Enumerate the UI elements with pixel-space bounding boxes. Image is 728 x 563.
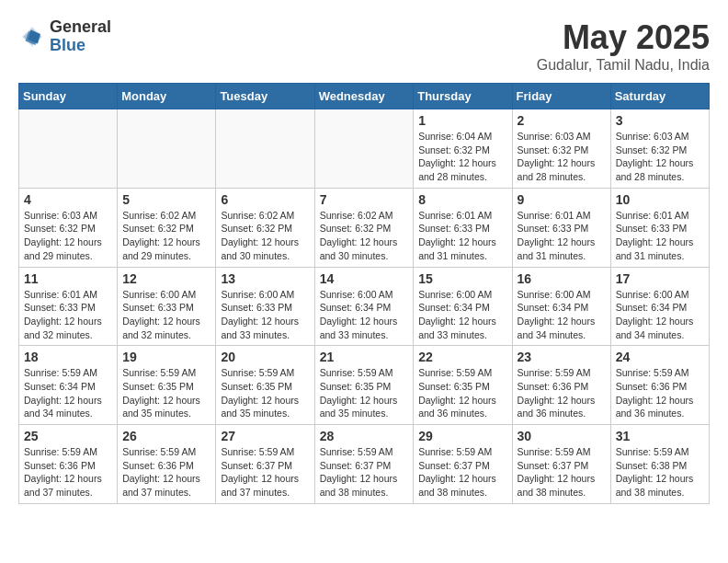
- day-number: 27: [221, 429, 309, 443]
- day-cell-0-5: 2Sunrise: 6:03 AM Sunset: 6:32 PM Daylig…: [512, 109, 610, 189]
- day-cell-0-1: [118, 109, 216, 189]
- day-cell-0-0: [19, 109, 118, 189]
- day-cell-4-4: 29Sunrise: 5:59 AM Sunset: 6:37 PM Dayli…: [414, 425, 512, 504]
- day-number: 5: [122, 192, 210, 207]
- day-info: Sunrise: 5:59 AM Sunset: 6:34 PM Dayligh…: [24, 366, 112, 420]
- day-number: 26: [122, 429, 210, 443]
- day-number: 7: [320, 192, 409, 207]
- day-info: Sunrise: 5:59 AM Sunset: 6:36 PM Dayligh…: [122, 445, 210, 500]
- day-cell-0-3: [314, 109, 414, 189]
- day-info: Sunrise: 6:01 AM Sunset: 6:33 PM Dayligh…: [24, 288, 112, 342]
- day-info: Sunrise: 6:00 AM Sunset: 6:34 PM Dayligh…: [320, 288, 409, 342]
- day-cell-2-3: 14Sunrise: 6:00 AM Sunset: 6:34 PM Dayli…: [314, 267, 414, 346]
- logo-text: General Blue: [50, 18, 111, 55]
- day-info: Sunrise: 6:02 AM Sunset: 6:32 PM Dayligh…: [320, 209, 409, 263]
- day-cell-3-6: 24Sunrise: 5:59 AM Sunset: 6:36 PM Dayli…: [610, 346, 709, 425]
- day-cell-4-1: 26Sunrise: 5:59 AM Sunset: 6:36 PM Dayli…: [118, 425, 216, 504]
- day-cell-4-3: 28Sunrise: 5:59 AM Sunset: 6:37 PM Dayli…: [314, 425, 414, 504]
- week-row-5: 25Sunrise: 5:59 AM Sunset: 6:36 PM Dayli…: [19, 425, 710, 504]
- day-number: 17: [616, 271, 704, 286]
- day-cell-3-1: 19Sunrise: 5:59 AM Sunset: 6:35 PM Dayli…: [118, 346, 216, 425]
- day-info: Sunrise: 6:01 AM Sunset: 6:33 PM Dayligh…: [518, 209, 606, 263]
- day-info: Sunrise: 6:01 AM Sunset: 6:33 PM Dayligh…: [418, 209, 506, 263]
- day-number: 22: [418, 350, 506, 364]
- page-header: General Blue May 2025 Gudalur, Tamil Nad…: [18, 18, 710, 74]
- day-cell-1-0: 4Sunrise: 6:03 AM Sunset: 6:32 PM Daylig…: [19, 188, 118, 267]
- day-info: Sunrise: 5:59 AM Sunset: 6:37 PM Dayligh…: [418, 445, 506, 500]
- day-info: Sunrise: 5:59 AM Sunset: 6:35 PM Dayligh…: [418, 366, 506, 420]
- day-info: Sunrise: 5:59 AM Sunset: 6:38 PM Dayligh…: [616, 445, 704, 500]
- day-info: Sunrise: 6:02 AM Sunset: 6:32 PM Dayligh…: [122, 209, 210, 263]
- day-info: Sunrise: 6:03 AM Sunset: 6:32 PM Dayligh…: [518, 130, 606, 184]
- day-info: Sunrise: 6:04 AM Sunset: 6:32 PM Dayligh…: [418, 130, 506, 184]
- day-number: 1: [418, 113, 506, 128]
- day-info: Sunrise: 6:03 AM Sunset: 6:32 PM Dayligh…: [24, 209, 112, 263]
- week-row-4: 18Sunrise: 5:59 AM Sunset: 6:34 PM Dayli…: [19, 346, 710, 425]
- day-cell-2-4: 15Sunrise: 6:00 AM Sunset: 6:34 PM Dayli…: [414, 267, 512, 346]
- day-cell-1-2: 6Sunrise: 6:02 AM Sunset: 6:32 PM Daylig…: [216, 188, 314, 267]
- logo-general-text: General: [50, 18, 111, 37]
- day-cell-3-4: 22Sunrise: 5:59 AM Sunset: 6:35 PM Dayli…: [414, 346, 512, 425]
- day-number: 9: [518, 192, 606, 207]
- day-number: 8: [418, 192, 506, 207]
- day-number: 18: [24, 350, 112, 364]
- day-number: 21: [320, 350, 409, 364]
- day-info: Sunrise: 5:59 AM Sunset: 6:35 PM Dayligh…: [320, 366, 409, 420]
- day-cell-2-6: 17Sunrise: 6:00 AM Sunset: 6:34 PM Dayli…: [610, 267, 709, 346]
- week-row-1: 1Sunrise: 6:04 AM Sunset: 6:32 PM Daylig…: [19, 109, 710, 189]
- day-info: Sunrise: 6:01 AM Sunset: 6:33 PM Dayligh…: [616, 209, 704, 263]
- day-number: 12: [122, 271, 210, 286]
- day-info: Sunrise: 6:00 AM Sunset: 6:34 PM Dayligh…: [518, 288, 606, 342]
- day-number: 31: [616, 429, 704, 443]
- day-cell-2-0: 11Sunrise: 6:01 AM Sunset: 6:33 PM Dayli…: [19, 267, 118, 346]
- day-number: 24: [616, 350, 704, 364]
- day-cell-0-6: 3Sunrise: 6:03 AM Sunset: 6:32 PM Daylig…: [610, 109, 709, 189]
- weekday-header-row: Sunday Monday Tuesday Wednesday Thursday…: [19, 84, 710, 109]
- header-tuesday: Tuesday: [216, 84, 314, 109]
- day-info: Sunrise: 5:59 AM Sunset: 6:37 PM Dayligh…: [320, 445, 409, 500]
- day-cell-1-4: 8Sunrise: 6:01 AM Sunset: 6:33 PM Daylig…: [414, 188, 512, 267]
- header-thursday: Thursday: [414, 84, 512, 109]
- day-number: 11: [24, 271, 112, 286]
- day-cell-1-5: 9Sunrise: 6:01 AM Sunset: 6:33 PM Daylig…: [512, 188, 610, 267]
- week-row-2: 4Sunrise: 6:03 AM Sunset: 6:32 PM Daylig…: [19, 188, 710, 267]
- day-cell-3-2: 20Sunrise: 5:59 AM Sunset: 6:35 PM Dayli…: [216, 346, 314, 425]
- calendar-table: Sunday Monday Tuesday Wednesday Thursday…: [18, 83, 710, 504]
- day-cell-1-3: 7Sunrise: 6:02 AM Sunset: 6:32 PM Daylig…: [314, 188, 414, 267]
- day-number: 28: [320, 429, 409, 443]
- calendar-title: May 2025: [537, 18, 710, 57]
- day-info: Sunrise: 5:59 AM Sunset: 6:37 PM Dayligh…: [518, 445, 606, 500]
- day-cell-2-1: 12Sunrise: 6:00 AM Sunset: 6:33 PM Dayli…: [118, 267, 216, 346]
- day-cell-2-5: 16Sunrise: 6:00 AM Sunset: 6:34 PM Dayli…: [512, 267, 610, 346]
- day-info: Sunrise: 6:00 AM Sunset: 6:33 PM Dayligh…: [221, 288, 309, 342]
- day-number: 30: [518, 429, 606, 443]
- header-monday: Monday: [118, 84, 216, 109]
- day-info: Sunrise: 6:02 AM Sunset: 6:32 PM Dayligh…: [221, 209, 309, 263]
- day-number: 15: [418, 271, 506, 286]
- title-block: May 2025 Gudalur, Tamil Nadu, India: [537, 18, 710, 74]
- header-friday: Friday: [512, 84, 610, 109]
- day-cell-3-3: 21Sunrise: 5:59 AM Sunset: 6:35 PM Dayli…: [314, 346, 414, 425]
- header-saturday: Saturday: [610, 84, 709, 109]
- day-number: 16: [518, 271, 606, 286]
- header-wednesday: Wednesday: [314, 84, 414, 109]
- day-number: 4: [24, 192, 112, 207]
- logo: General Blue: [18, 18, 111, 55]
- day-info: Sunrise: 5:59 AM Sunset: 6:36 PM Dayligh…: [24, 445, 112, 500]
- day-number: 14: [320, 271, 409, 286]
- day-number: 6: [221, 192, 309, 207]
- day-number: 29: [418, 429, 506, 443]
- day-number: 13: [221, 271, 309, 286]
- day-info: Sunrise: 5:59 AM Sunset: 6:35 PM Dayligh…: [122, 366, 210, 420]
- day-cell-4-0: 25Sunrise: 5:59 AM Sunset: 6:36 PM Dayli…: [19, 425, 118, 504]
- logo-icon: [18, 23, 46, 51]
- day-number: 23: [518, 350, 606, 364]
- day-info: Sunrise: 6:00 AM Sunset: 6:34 PM Dayligh…: [418, 288, 506, 342]
- day-cell-3-0: 18Sunrise: 5:59 AM Sunset: 6:34 PM Dayli…: [19, 346, 118, 425]
- day-number: 3: [616, 113, 704, 128]
- day-info: Sunrise: 5:59 AM Sunset: 6:35 PM Dayligh…: [221, 366, 309, 420]
- day-info: Sunrise: 5:59 AM Sunset: 6:36 PM Dayligh…: [616, 366, 704, 420]
- calendar-location: Gudalur, Tamil Nadu, India: [537, 57, 710, 74]
- day-number: 10: [616, 192, 704, 207]
- day-info: Sunrise: 5:59 AM Sunset: 6:37 PM Dayligh…: [221, 445, 309, 500]
